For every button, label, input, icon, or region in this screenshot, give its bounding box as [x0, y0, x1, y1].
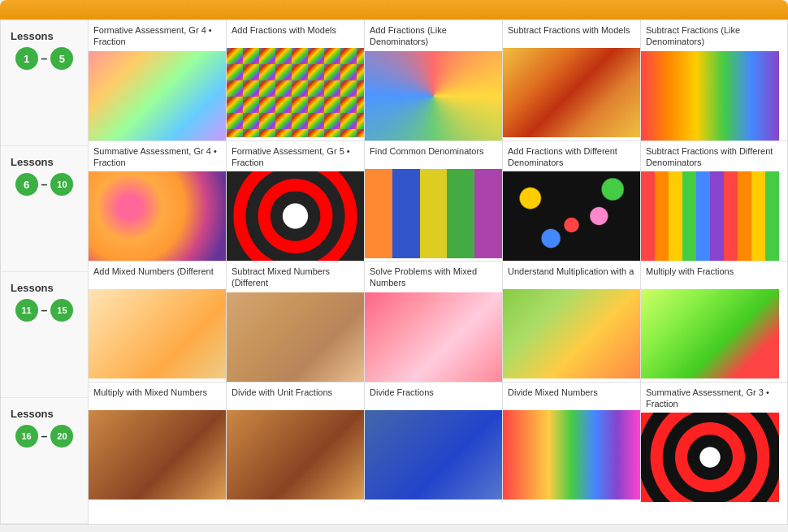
lesson-thumbnail [89, 171, 226, 261]
lesson-cell[interactable]: Multiply with Mixed Numbers [89, 383, 227, 503]
lesson-thumbnail [227, 48, 364, 141]
thumbnail-image [503, 410, 640, 500]
lesson-title: Multiply with Mixed Numbers [89, 383, 226, 410]
lesson-title: Summative Assessment, Gr 3 • Fraction [641, 383, 779, 413]
lesson-thumbnail [503, 410, 640, 503]
thumbnail-image [503, 289, 640, 378]
main-content: Lessons1–5Lessons6–10Lessons11–15Lessons… [0, 19, 788, 525]
grid-row-2: Summative Assessment, Gr 4 • FractionFor… [89, 141, 787, 262]
thumbnail-image [365, 51, 502, 141]
grid-row-4: Multiply with Mixed NumbersDivide with U… [89, 383, 787, 503]
lesson-cell[interactable]: Summative Assessment, Gr 4 • Fraction [89, 141, 227, 262]
thumbnail-image [641, 413, 779, 502]
lesson-thumbnail [89, 289, 226, 382]
lesson-title: Formative Assessment, Gr 4 • Fraction [89, 20, 226, 51]
thumbnail-image [89, 289, 226, 378]
lesson-cell[interactable]: Formative Assessment, Gr 4 • Fraction [89, 20, 227, 141]
lesson-cell[interactable]: Summative Assessment, Gr 3 • Fraction [641, 383, 779, 503]
lesson-cell[interactable]: Divide Fractions [365, 383, 503, 503]
lesson-title: Divide Mixed Numbers [503, 383, 640, 410]
lesson-thumbnail [227, 171, 364, 261]
lessons-label: Lessons [11, 30, 54, 42]
lesson-cell[interactable]: Multiply with Fractions [641, 262, 779, 382]
lesson-title: Multiply with Fractions [641, 262, 779, 289]
lesson-thumbnail [89, 410, 226, 503]
lesson-thumbnail [503, 171, 640, 261]
lesson-title: Add Fractions with Different Denominator… [503, 141, 640, 172]
lesson-end-badge: 20 [50, 425, 73, 448]
lesson-cell[interactable]: Divide Mixed Numbers [503, 383, 641, 503]
thumbnail-image [89, 410, 226, 500]
lesson-cell[interactable]: Subtract Fractions with Different Denomi… [641, 141, 779, 262]
lessons-label: Lessons [11, 156, 54, 168]
lesson-cell[interactable]: Subtract Fractions with Models [503, 20, 641, 141]
lesson-range-dash: – [41, 178, 48, 191]
lesson-title: Solve Problems with Mixed Numbers [365, 262, 502, 292]
lessons-group-1: Lessons1–5 [1, 20, 88, 146]
lesson-thumbnail [365, 410, 502, 503]
lesson-cell[interactable]: Divide with Unit Fractions [227, 383, 365, 503]
lesson-range-dash: – [41, 430, 48, 443]
lesson-range-dash: – [41, 52, 48, 65]
lesson-thumbnail [365, 169, 502, 262]
lesson-title: Subtract Fractions with Models [503, 20, 640, 48]
lesson-title: Add Fractions with Models [227, 20, 364, 48]
lesson-thumbnail [227, 410, 364, 503]
lesson-thumbnail [365, 51, 502, 141]
thumbnail-image [227, 48, 364, 137]
thumbnail-image [641, 289, 779, 378]
lesson-cell[interactable]: Understand Multiplication with a [503, 262, 641, 382]
thumbnail-image [503, 48, 640, 137]
lessons-group-3: Lessons11–15 [1, 272, 88, 398]
thumbnail-image [641, 171, 779, 261]
thumbnail-image [641, 51, 779, 141]
lesson-cell[interactable]: Subtract Mixed Numbers (Different [227, 262, 365, 382]
lesson-number-range: 11–15 [15, 299, 74, 322]
thumbnail-image [503, 171, 640, 261]
lesson-thumbnail [503, 48, 640, 141]
lesson-cell[interactable]: Find Common Denominators [365, 141, 503, 262]
lesson-thumbnail [641, 171, 779, 261]
lesson-cell[interactable]: Add Fractions (Like Denominators) [365, 20, 503, 141]
lesson-cell[interactable]: Add Fractions with Models [227, 20, 365, 141]
lesson-start-badge: 6 [15, 173, 38, 196]
thumbnail-image [365, 292, 502, 382]
lesson-thumbnail [227, 292, 364, 382]
lessons-group-2: Lessons6–10 [1, 146, 88, 272]
lesson-title: Find Common Denominators [365, 141, 502, 169]
lesson-number-range: 16–20 [15, 425, 74, 448]
grid-row-3: Add Mixed Numbers (DifferentSubtract Mix… [89, 262, 787, 383]
lesson-start-badge: 1 [15, 47, 38, 70]
lesson-cell[interactable]: Formative Assessment, Gr 5 • Fraction [227, 141, 365, 262]
lesson-start-badge: 11 [15, 299, 38, 322]
lessons-sidebar: Lessons1–5Lessons6–10Lessons11–15Lessons… [1, 20, 89, 524]
lesson-range-dash: – [41, 304, 48, 317]
lesson-cell[interactable]: Subtract Fractions (Like Denominators) [641, 20, 779, 141]
thumbnail-image [227, 171, 364, 261]
lesson-thumbnail [641, 413, 779, 502]
lesson-thumbnail [89, 51, 226, 141]
lesson-title: Summative Assessment, Gr 4 • Fraction [89, 141, 226, 172]
lesson-thumbnail [641, 51, 779, 141]
lesson-title: Formative Assessment, Gr 5 • Fraction [227, 141, 364, 172]
page-header [0, 0, 788, 19]
thumbnail-image [227, 292, 364, 382]
lesson-title: Divide with Unit Fractions [227, 383, 364, 410]
lessons-group-4: Lessons16–20 [1, 398, 88, 524]
lesson-number-range: 1–5 [15, 47, 74, 70]
lesson-cell[interactable]: Add Mixed Numbers (Different [89, 262, 227, 382]
lesson-cell[interactable]: Add Fractions with Different Denominator… [503, 141, 641, 262]
lesson-title: Subtract Mixed Numbers (Different [227, 262, 364, 292]
lesson-start-badge: 16 [15, 425, 38, 448]
thumbnail-image [365, 169, 502, 258]
lesson-end-badge: 5 [50, 47, 73, 70]
lesson-title: Divide Fractions [365, 383, 502, 410]
lesson-end-badge: 10 [50, 173, 73, 196]
app-container: Lessons1–5Lessons6–10Lessons11–15Lessons… [0, 0, 788, 525]
lesson-cell[interactable]: Solve Problems with Mixed Numbers [365, 262, 503, 382]
lesson-title: Add Mixed Numbers (Different [89, 262, 226, 289]
lesson-thumbnail [365, 292, 502, 382]
lesson-title: Subtract Fractions (Like Denominators) [641, 20, 779, 51]
lessons-label: Lessons [11, 282, 54, 294]
lesson-number-range: 6–10 [15, 173, 74, 196]
